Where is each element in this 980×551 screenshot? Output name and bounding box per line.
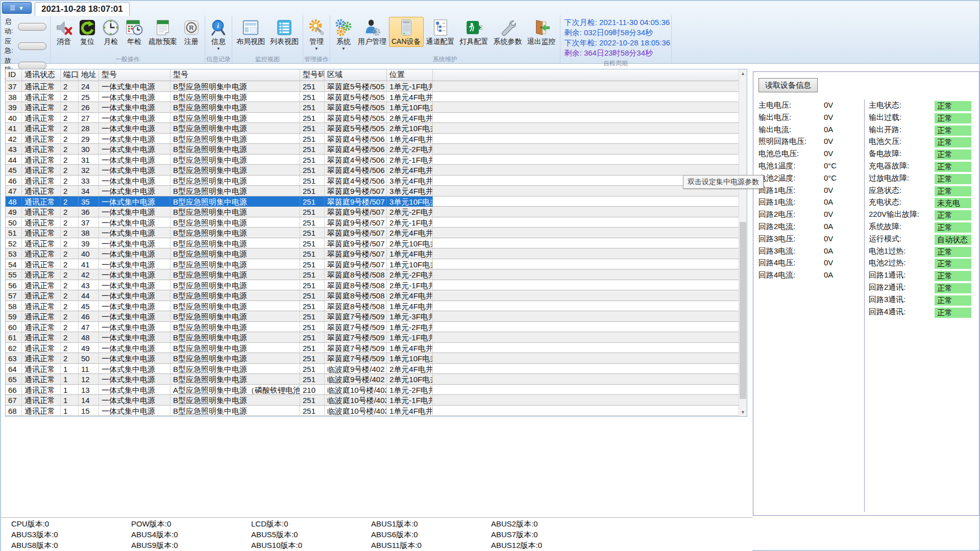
- table-row[interactable]: 59通讯正常246一体式集中电源B型应急照明集中电源251翠茵庭7号楼/5091…: [6, 311, 739, 322]
- toolbar-button-信息[interactable]: i信息▼: [207, 17, 230, 52]
- column-header-filler[interactable]: [433, 69, 747, 81]
- app-menu-button[interactable]: ☰ ▼: [2, 2, 32, 14]
- table-header: ID通讯状态端口地址型号型号型号码区域位置: [6, 69, 747, 81]
- cell: 59: [6, 311, 22, 322]
- toolbar-button-退出监控[interactable]: 退出监控: [525, 17, 558, 47]
- cell: B型应急照明集中电源: [170, 196, 300, 207]
- cell: [433, 353, 739, 364]
- toolbar-button-系统参数[interactable]: 系统参数: [491, 17, 525, 47]
- status-row: 回路4通讯:正常: [869, 307, 976, 319]
- status-name-label: 运行模式:: [869, 234, 901, 243]
- table-row[interactable]: 67通讯正常114一体式集中电源B型应急照明集中电源251临波庭10号楼/403…: [6, 395, 739, 406]
- cell: 32: [79, 165, 99, 176]
- cell: 251: [300, 113, 325, 123]
- table-row[interactable]: 45通讯正常232一体式集中电源B型应急照明集中电源251翠茵庭4号楼/5062…: [6, 165, 739, 176]
- column-header-型号码[interactable]: 型号码: [300, 69, 325, 81]
- table-row[interactable]: 58通讯正常245一体式集中电源B型应急照明集中电源251翠茵庭8号楼/5081…: [6, 301, 739, 312]
- measurement-value: 0A: [824, 125, 833, 134]
- table-row[interactable]: 66通讯正常113一体式集中电源A型应急照明集中电源（磷酸铁锂电池）--DC36…: [6, 385, 739, 395]
- column-header-ID[interactable]: ID: [6, 69, 22, 81]
- table-row[interactable]: 55通讯正常242一体式集中电源B型应急照明集中电源251翠茵庭8号楼/5082…: [6, 269, 739, 280]
- toolbar-button-注册[interactable]: R注册: [180, 17, 203, 47]
- table-row[interactable]: 57通讯正常244一体式集中电源B型应急照明集中电源251翠茵庭8号楼/5082…: [6, 290, 739, 301]
- measurement-value: 0V: [824, 113, 833, 121]
- status-badge: 正常: [935, 308, 971, 318]
- status-row: 回路1通讯:正常: [869, 270, 976, 283]
- table-row[interactable]: 49通讯正常236一体式集中电源B型应急照明集中电源251翠茵庭9号楼/5072…: [6, 207, 739, 217]
- mute-icon: [55, 18, 73, 37]
- cell: 2单元4F电井: [387, 364, 433, 374]
- table-row[interactable]: 51通讯正常238一体式集中电源B型应急照明集中电源251翠茵庭9号楼/5072…: [6, 228, 739, 238]
- cell: 37: [79, 217, 99, 228]
- table-row[interactable]: 56通讯正常243一体式集中电源B型应急照明集中电源251翠茵庭8号楼/5082…: [6, 280, 739, 291]
- toolbar-button-消音[interactable]: 消音: [52, 17, 76, 47]
- datetime-tab[interactable]: 2021-10-28 18:07:01: [35, 2, 130, 16]
- scroll-up-icon[interactable]: ▲: [739, 69, 747, 78]
- cell: 50: [6, 217, 22, 228]
- scroll-down-icon[interactable]: ▼: [739, 408, 747, 416]
- table-row[interactable]: 64通讯正常111一体式集中电源B型应急照明集中电源251临波庭9号楼/4022…: [6, 364, 739, 374]
- status-row: 运行模式:自动状态: [869, 234, 976, 246]
- toolbar-button-系统[interactable]: 系统▼: [332, 17, 355, 52]
- table-row[interactable]: 47通讯正常234一体式集中电源B型应急照明集中电源251翠茵庭9号楼/5073…: [6, 186, 739, 196]
- toolbar-button-列表视图[interactable]: 列表视图: [267, 17, 301, 47]
- cell: 44: [6, 155, 22, 165]
- column-header-位置[interactable]: 位置: [387, 69, 433, 81]
- vertical-scrollbar[interactable]: ▲ ▼: [739, 69, 747, 416]
- table-row[interactable]: 54通讯正常241一体式集中电源B型应急照明集中电源251翠茵庭9号楼/5071…: [6, 259, 739, 270]
- exit-monitor-icon: [532, 18, 551, 37]
- column-header-区域[interactable]: 区域: [325, 69, 387, 81]
- table-row[interactable]: 42通讯正常229一体式集中电源B型应急照明集中电源251翠茵庭4号楼/5061…: [6, 134, 739, 144]
- table-row[interactable]: 53通讯正常240一体式集中电源B型应急照明集中电源251翠茵庭9号楼/5071…: [6, 248, 739, 259]
- table-row[interactable]: 40通讯正常227一体式集中电源B型应急照明集中电源251翠茵庭5号楼/5052…: [6, 113, 739, 123]
- table-row[interactable]: 37通讯正常224一体式集中电源B型应急照明集中电源251翠茵庭5号楼/5051…: [6, 81, 739, 92]
- table-row[interactable]: 61通讯正常248一体式集中电源B型应急照明集中电源251翠茵庭7号楼/5091…: [6, 332, 739, 343]
- group-self-check: 下次月检: 2021-11-30 04:05:36剩余: 032日09时58分3…: [560, 15, 672, 63]
- toolbar-button-年检[interactable]: 年检: [122, 17, 146, 47]
- cell: [433, 102, 739, 113]
- cell: 13: [79, 385, 99, 395]
- table-row[interactable]: 50通讯正常237一体式集中电源B型应急照明集中电源251翠茵庭9号楼/5072…: [6, 217, 739, 228]
- measurement-value: 0A: [824, 270, 833, 279]
- group-label-self-check: 自检周期: [560, 59, 671, 67]
- cell: 251: [300, 134, 325, 144]
- cell: 通讯正常: [22, 123, 61, 134]
- toolbar-button-管理[interactable]: 管理▼: [305, 17, 328, 52]
- toolbar-button-月检[interactable]: 月检: [99, 17, 122, 47]
- column-header-型号[interactable]: 型号: [170, 69, 300, 81]
- column-header-端口[interactable]: 端口: [61, 69, 79, 81]
- cell: B型应急照明集中电源: [170, 217, 300, 228]
- toolbar-button-复位[interactable]: 复位: [76, 17, 99, 47]
- toolbar-button-通道配置[interactable]: 通道配置: [424, 17, 457, 47]
- toolbar-button-用户管理[interactable]: 用户管理: [355, 17, 389, 47]
- self-check-line-3: 剩余: 364日23时58分34秒: [565, 48, 653, 58]
- table-row[interactable]: 60通讯正常247一体式集中电源B型应急照明集中电源251翠茵庭7号楼/5091…: [6, 322, 739, 333]
- table-row[interactable]: 68通讯正常115一体式集中电源B型应急照明集中电源251临波庭10号楼/403…: [6, 406, 739, 416]
- scrollbar-thumb[interactable]: [740, 222, 746, 399]
- table-row[interactable]: 41通讯正常228一体式集中电源B型应急照明集中电源251翠茵庭5号楼/5052…: [6, 123, 739, 134]
- cell: 一体式集中电源: [99, 207, 170, 217]
- table-row[interactable]: 62通讯正常249一体式集中电源B型应急照明集中电源251翠茵庭7号楼/5091…: [6, 343, 739, 354]
- cell: 52: [6, 238, 22, 249]
- table-row[interactable]: 46通讯正常233一体式集中电源B型应急照明集中电源251翠茵庭4号楼/5063…: [6, 176, 739, 186]
- toolbar-button-布局视图[interactable]: 布局视图: [234, 17, 267, 47]
- group-monitor-view: 布局视图列表视图监控视图: [232, 15, 303, 63]
- table-row[interactable]: 38通讯正常225一体式集中电源B型应急照明集中电源251翠茵庭5号楼/5051…: [6, 92, 739, 103]
- table-row[interactable]: 48通讯正常235一体式集中电源B型应急照明集中电源251翠茵庭9号楼/5073…: [6, 196, 739, 207]
- table-row[interactable]: 65通讯正常112一体式集中电源B型应急照明集中电源251临波庭9号楼/4022…: [6, 374, 739, 385]
- column-header-地址[interactable]: 地址: [79, 69, 99, 81]
- cell: 44: [79, 290, 99, 301]
- toolbar-button-CAN设备[interactable]: CAN设备: [389, 17, 424, 47]
- table-row[interactable]: 44通讯正常231一体式集中电源B型应急照明集中电源251翠茵庭4号楼/5062…: [6, 155, 739, 165]
- cell: 通讯正常: [22, 155, 61, 165]
- read-device-info-button[interactable]: 读取设备信息: [758, 78, 818, 92]
- table-row[interactable]: 52通讯正常239一体式集中电源B型应急照明集中电源251翠茵庭9号楼/5072…: [6, 238, 739, 249]
- toolbar-button-灯具配置[interactable]: 灯具配置: [457, 17, 491, 47]
- column-header-通讯状态[interactable]: 通讯状态: [22, 69, 61, 81]
- cell: 翠茵庭9号楼/507: [325, 259, 387, 270]
- table-row[interactable]: 39通讯正常226一体式集中电源B型应急照明集中电源251翠茵庭5号楼/5051…: [6, 102, 739, 113]
- column-header-型号[interactable]: 型号: [99, 69, 170, 81]
- toolbar-button-疏散预案[interactable]: 疏散预案: [146, 17, 180, 47]
- table-row[interactable]: 43通讯正常230一体式集中电源B型应急照明集中电源251翠茵庭4号楼/5062…: [6, 144, 739, 155]
- table-row[interactable]: 63通讯正常250一体式集中电源B型应急照明集中电源251翠茵庭7号楼/5091…: [6, 353, 739, 364]
